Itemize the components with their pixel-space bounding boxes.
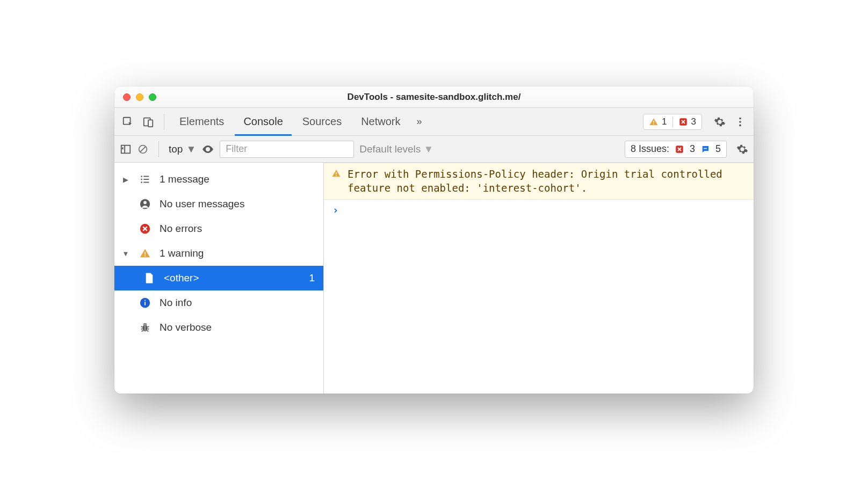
tab-elements[interactable]: Elements bbox=[171, 108, 233, 136]
warning-icon bbox=[331, 169, 341, 178]
svg-rect-2 bbox=[148, 120, 153, 127]
list-icon bbox=[138, 173, 152, 185]
svg-point-23 bbox=[143, 201, 147, 204]
tab-sources[interactable]: Sources bbox=[294, 108, 350, 136]
sidebar-item-label: No user messages bbox=[160, 198, 244, 210]
warning-text: Error with Permissions-Policy header: Or… bbox=[348, 168, 746, 195]
svg-point-16 bbox=[141, 176, 142, 177]
svg-rect-25 bbox=[144, 252, 146, 254]
levels-label: Default levels bbox=[359, 143, 421, 155]
settings-icon[interactable] bbox=[711, 113, 729, 131]
sidebar-item-other[interactable]: <other> 1 bbox=[114, 266, 323, 290]
svg-rect-3 bbox=[653, 120, 654, 122]
sidebar-item-user-messages[interactable]: No user messages bbox=[114, 192, 323, 216]
svg-rect-19 bbox=[143, 179, 149, 180]
sidebar-item-label: 1 message bbox=[160, 173, 209, 185]
separator bbox=[158, 141, 159, 157]
svg-line-37 bbox=[147, 331, 149, 332]
minimize-window-button[interactable] bbox=[136, 93, 143, 101]
svg-point-6 bbox=[739, 117, 741, 119]
sidebar-item-label: No verbose bbox=[160, 322, 212, 333]
svg-point-7 bbox=[739, 121, 741, 123]
console-main: Error with Permissions-Policy header: Or… bbox=[324, 163, 754, 394]
sidebar-item-label: <other> bbox=[164, 272, 199, 284]
maximize-window-button[interactable] bbox=[149, 93, 156, 101]
user-icon bbox=[138, 198, 152, 210]
sidebar-item-label: 1 warning bbox=[160, 248, 204, 259]
svg-rect-29 bbox=[144, 300, 146, 301]
console-prompt[interactable]: › bbox=[324, 200, 754, 220]
svg-point-8 bbox=[739, 124, 741, 126]
svg-line-34 bbox=[142, 331, 143, 332]
close-window-button[interactable] bbox=[123, 93, 131, 101]
collapse-icon: ▼ bbox=[121, 250, 131, 258]
svg-rect-21 bbox=[143, 182, 149, 183]
levels-selector[interactable]: Default levels ▼ bbox=[359, 143, 433, 155]
dropdown-icon: ▼ bbox=[424, 143, 434, 155]
tab-label: Elements bbox=[179, 115, 224, 128]
svg-point-13 bbox=[207, 148, 209, 150]
devtools-window: DevTools - samesite-sandbox.glitch.me/ E… bbox=[114, 86, 754, 394]
file-icon bbox=[142, 272, 156, 284]
errors-badge[interactable]: 3 bbox=[672, 117, 701, 127]
console-body: ▶ 1 message No user messages No errors bbox=[114, 163, 754, 394]
expand-icon: ▶ bbox=[121, 176, 131, 184]
sidebar-item-label: No info bbox=[160, 297, 192, 309]
svg-line-12 bbox=[140, 146, 146, 152]
issues-label: 8 Issues: bbox=[631, 143, 669, 155]
error-icon bbox=[675, 144, 684, 154]
tab-network[interactable]: Network bbox=[352, 108, 409, 136]
device-toolbar-icon[interactable] bbox=[139, 113, 157, 131]
svg-rect-28 bbox=[144, 302, 146, 305]
sidebar-item-verbose[interactable]: No verbose bbox=[114, 315, 323, 340]
warnings-count: 1 bbox=[662, 117, 667, 127]
info-icon bbox=[138, 297, 152, 309]
svg-point-20 bbox=[141, 181, 142, 183]
svg-point-18 bbox=[141, 179, 142, 180]
window-title: DevTools - samesite-sandbox.glitch.me/ bbox=[114, 92, 754, 103]
inspect-element-icon[interactable] bbox=[119, 113, 137, 131]
console-toolbar: top ▼ Default levels ▼ 8 Issues: 3 5 bbox=[114, 136, 754, 163]
traffic-lights bbox=[114, 93, 156, 101]
error-icon bbox=[138, 223, 152, 235]
svg-line-32 bbox=[141, 326, 143, 327]
warning-icon bbox=[138, 248, 152, 259]
titlebar: DevTools - samesite-sandbox.glitch.me/ bbox=[114, 86, 754, 108]
tab-label: Network bbox=[361, 115, 400, 128]
error-icon bbox=[678, 117, 688, 127]
live-expression-icon[interactable] bbox=[201, 143, 214, 156]
issues-button[interactable]: 8 Issues: 3 5 bbox=[625, 141, 727, 158]
svg-rect-17 bbox=[143, 176, 149, 177]
clear-console-icon[interactable] bbox=[137, 143, 149, 155]
svg-rect-38 bbox=[336, 172, 337, 174]
svg-rect-39 bbox=[336, 175, 337, 176]
filter-input[interactable] bbox=[220, 141, 354, 158]
main-toolbar: Elements Console Sources Network » 1 3 bbox=[114, 108, 754, 136]
svg-line-35 bbox=[148, 326, 149, 327]
sidebar-item-warnings[interactable]: ▼ 1 warning bbox=[114, 241, 323, 266]
context-label: top bbox=[169, 143, 183, 155]
warnings-badge[interactable]: 1 bbox=[643, 117, 672, 127]
console-warning-message[interactable]: Error with Permissions-Policy header: Or… bbox=[324, 163, 754, 200]
sidebar-item-errors[interactable]: No errors bbox=[114, 216, 323, 241]
sidebar-item-messages[interactable]: ▶ 1 message bbox=[114, 167, 323, 192]
tab-console[interactable]: Console bbox=[235, 108, 291, 136]
console-settings-icon[interactable] bbox=[736, 143, 748, 155]
toggle-sidebar-icon[interactable] bbox=[120, 143, 132, 155]
context-selector[interactable]: top ▼ bbox=[169, 143, 196, 155]
issues-messages: 5 bbox=[715, 143, 721, 155]
more-menu-icon[interactable] bbox=[731, 113, 749, 131]
dropdown-icon: ▼ bbox=[186, 143, 196, 155]
error-warning-badge[interactable]: 1 3 bbox=[643, 114, 702, 130]
more-tabs-button[interactable]: » bbox=[411, 116, 428, 127]
svg-rect-26 bbox=[144, 256, 146, 257]
prompt-icon: › bbox=[332, 204, 338, 216]
sidebar-item-label: No errors bbox=[160, 223, 202, 235]
sidebar-item-count: 1 bbox=[309, 272, 317, 284]
sidebar-item-info[interactable]: No info bbox=[114, 290, 323, 315]
issues-errors: 3 bbox=[690, 143, 695, 155]
message-icon bbox=[700, 144, 710, 154]
console-sidebar: ▶ 1 message No user messages No errors bbox=[114, 163, 324, 394]
tab-label: Console bbox=[243, 115, 283, 128]
svg-rect-4 bbox=[653, 123, 654, 125]
